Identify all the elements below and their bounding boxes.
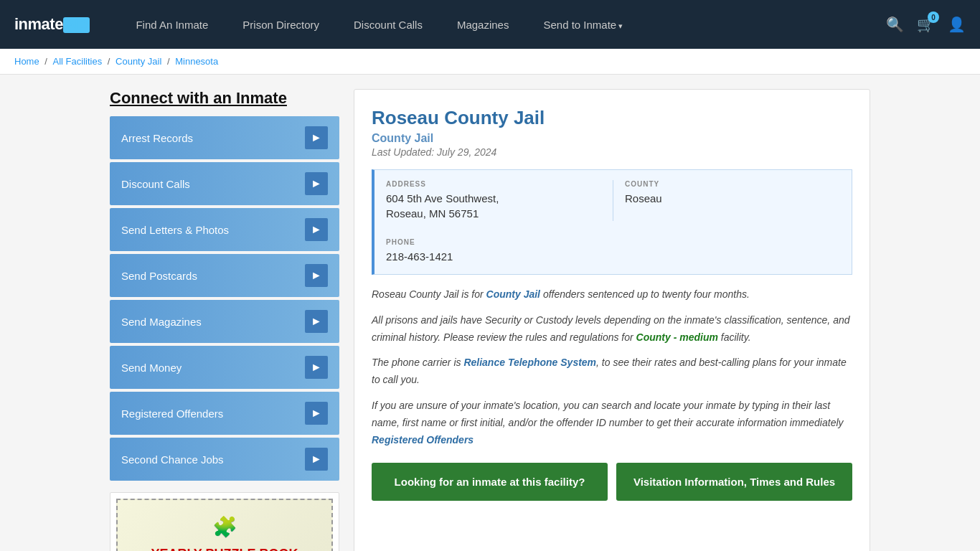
logo[interactable]: inmateAID xyxy=(14,15,90,34)
sidebar: Connect with an Inmate Arrest Records ► … xyxy=(110,89,339,551)
sidebar-item-send-magazines[interactable]: Send Magazines ► xyxy=(110,300,339,343)
sidebar-item-label: Send Postcards xyxy=(121,270,197,282)
sidebar-item-arrest-records[interactable]: Arrest Records ► xyxy=(110,116,339,159)
county-medium-link[interactable]: County - medium xyxy=(636,331,718,343)
county-label: COUNTY xyxy=(625,180,840,188)
facility-name: Roseau County Jail xyxy=(372,107,852,129)
breadcrumb-minnesota[interactable]: Minnesota xyxy=(175,56,218,67)
nav-send-to-inmate[interactable]: Send to Inmate xyxy=(526,19,640,31)
desc-paragraph-3: The phone carrier is Reliance Telephone … xyxy=(372,354,852,389)
phone-value: 218-463-1421 xyxy=(386,249,840,264)
sidebar-item-registered-offenders[interactable]: Registered Offenders ► xyxy=(110,392,339,435)
cta-looking-for-inmate[interactable]: Looking for an inmate at this facility? xyxy=(372,463,608,501)
sidebar-item-label: Discount Calls xyxy=(121,178,190,190)
header-icons: 🔍 🛒 0 👤 xyxy=(886,16,966,33)
sidebar-item-label: Send Money xyxy=(121,362,182,374)
desc-paragraph-4: If you are unsure of your inmate's locat… xyxy=(372,397,852,448)
phone-col: PHONE 218-463-1421 xyxy=(386,238,840,264)
sidebar-item-second-chance-jobs[interactable]: Second Chance Jobs ► xyxy=(110,438,339,481)
breadcrumb-sep2: / xyxy=(108,56,113,67)
breadcrumb-all-facilities[interactable]: All Facilities xyxy=(53,56,103,67)
sidebar-item-label: Send Letters & Photos xyxy=(121,224,229,236)
sidebar-arrow-icon: ► xyxy=(305,264,328,287)
breadcrumb-county-jail[interactable]: County Jail xyxy=(116,56,161,67)
county-jail-link[interactable]: County Jail xyxy=(486,288,540,300)
nav-find-inmate[interactable]: Find An Inmate xyxy=(118,19,225,31)
sidebar-arrow-icon: ► xyxy=(305,126,328,149)
sidebar-item-label: Arrest Records xyxy=(121,132,193,144)
breadcrumb-sep3: / xyxy=(167,56,172,67)
ad-content: 🧩 YEARLY PUZZLE BOOK SUBSCRIPTIONS START… xyxy=(116,499,333,551)
address-label: ADDRESS xyxy=(386,180,601,188)
desc-paragraph-2: All prisons and jails have Security or C… xyxy=(372,312,852,347)
main-container: Connect with an Inmate Arrest Records ► … xyxy=(95,89,885,551)
search-icon[interactable]: 🔍 xyxy=(886,16,904,33)
sidebar-menu: Arrest Records ► Discount Calls ► Send L… xyxy=(110,116,339,481)
sidebar-arrow-icon: ► xyxy=(305,448,328,471)
reliance-link[interactable]: Reliance Telephone System xyxy=(463,357,596,368)
desc-paragraph-1: Roseau County Jail is for County Jail of… xyxy=(372,286,852,303)
sidebar-arrow-icon: ► xyxy=(305,356,328,379)
main-nav: Find An Inmate Prison Directory Discount… xyxy=(118,19,886,31)
address-col: ADDRESS 604 5th Ave Southwest,Roseau, MN… xyxy=(386,180,601,221)
sidebar-title: Connect with an Inmate xyxy=(110,89,339,108)
sidebar-arrow-icon: ► xyxy=(305,172,328,195)
sidebar-item-send-letters[interactable]: Send Letters & Photos ► xyxy=(110,208,339,251)
breadcrumb-sep1: / xyxy=(44,56,50,67)
facility-content: Roseau County Jail County Jail Last Upda… xyxy=(354,89,870,551)
nav-prison-directory[interactable]: Prison Directory xyxy=(225,19,336,31)
logo-text: inmateAID xyxy=(14,15,90,34)
cart-badge: 0 xyxy=(928,11,939,23)
sidebar-ad[interactable]: 🧩 YEARLY PUZZLE BOOK SUBSCRIPTIONS START… xyxy=(110,492,339,551)
sidebar-item-discount-calls[interactable]: Discount Calls ► xyxy=(110,162,339,205)
nav-discount-calls[interactable]: Discount Calls xyxy=(336,19,440,31)
sidebar-item-label: Registered Offenders xyxy=(121,408,223,420)
sidebar-item-send-postcards[interactable]: Send Postcards ► xyxy=(110,254,339,297)
facility-updated: Last Updated: July 29, 2024 xyxy=(372,146,852,158)
nav-magazines[interactable]: Magazines xyxy=(440,19,527,31)
sidebar-item-label: Second Chance Jobs xyxy=(121,453,224,466)
user-icon[interactable]: 👤 xyxy=(948,16,966,33)
registered-offenders-link[interactable]: Registered Offenders xyxy=(372,434,473,446)
sidebar-item-label: Send Magazines xyxy=(121,316,202,328)
cart-icon[interactable]: 🛒 0 xyxy=(917,16,935,33)
facility-info-box: ADDRESS 604 5th Ave Southwest,Roseau, MN… xyxy=(372,169,852,275)
breadcrumb-home[interactable]: Home xyxy=(14,56,39,67)
info-divider xyxy=(613,180,613,221)
address-value: 604 5th Ave Southwest,Roseau, MN 56751 xyxy=(386,191,601,221)
cta-buttons: Looking for an inmate at this facility? … xyxy=(372,463,852,501)
breadcrumb: Home / All Facilities / County Jail / Mi… xyxy=(0,49,980,75)
phone-label: PHONE xyxy=(386,238,840,246)
sidebar-item-send-money[interactable]: Send Money ► xyxy=(110,346,339,389)
county-col: COUNTY Roseau xyxy=(625,180,840,221)
ad-title: YEARLY PUZZLE BOOK xyxy=(129,544,320,551)
cta-visitation-info[interactable]: Visitation Information, Times and Rules xyxy=(616,463,852,501)
sidebar-arrow-icon: ► xyxy=(305,218,328,241)
facility-type: County Jail xyxy=(372,132,852,145)
county-value: Roseau xyxy=(625,191,840,206)
header: inmateAID Find An Inmate Prison Director… xyxy=(0,0,980,49)
sidebar-arrow-icon: ► xyxy=(305,402,328,425)
sidebar-arrow-icon: ► xyxy=(305,310,328,333)
